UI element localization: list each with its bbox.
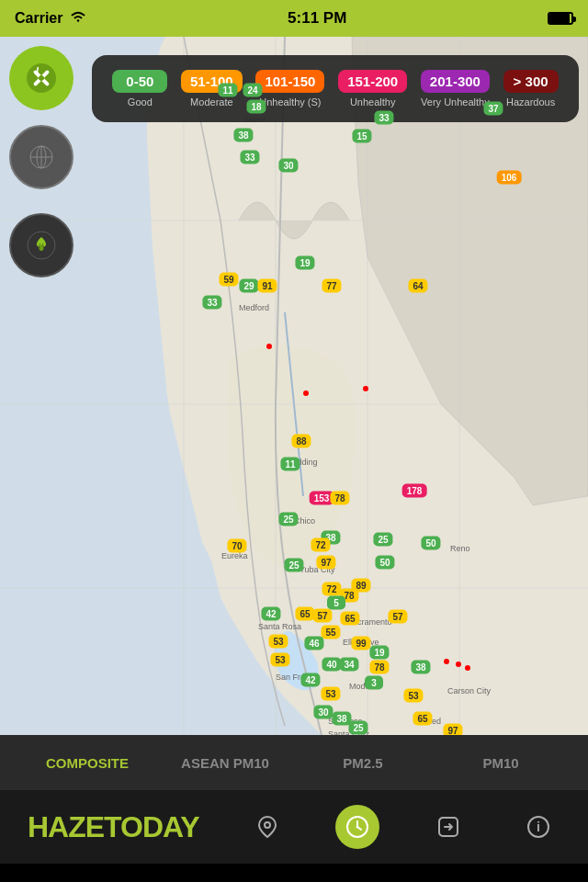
- map-pin[interactable]: 33: [202, 296, 221, 310]
- map-button[interactable]: [9, 125, 74, 189]
- map-pin[interactable]: 99: [351, 637, 370, 650]
- fire-marker: [444, 659, 449, 664]
- status-time: 5:11 PM: [288, 9, 346, 28]
- clock-tab[interactable]: [335, 805, 379, 849]
- aqi-unhealthy: 151-200 Unhealthy: [338, 70, 407, 107]
- fire-button[interactable]: [9, 213, 74, 277]
- map-pin[interactable]: 97: [443, 724, 462, 736]
- map-pin[interactable]: 57: [312, 609, 332, 623]
- map-pin[interactable]: 40: [322, 658, 341, 672]
- map-pin[interactable]: 37: [483, 102, 503, 116]
- map-pin[interactable]: 55: [321, 626, 340, 639]
- map-pin[interactable]: 19: [295, 256, 314, 270]
- map-pin[interactable]: 178: [402, 484, 427, 498]
- map-pin[interactable]: 50: [375, 556, 394, 570]
- aqi-legend: 0-50 Good 51-100 Moderate 101-150 Unheal…: [92, 55, 579, 122]
- map-pin[interactable]: 106: [497, 171, 522, 185]
- aqi-good-label: Good: [128, 96, 153, 107]
- location-tab[interactable]: [245, 805, 289, 849]
- map-area[interactable]: Medford Redding Chico Yuba City Reno Car…: [0, 37, 588, 735]
- fire-marker: [266, 344, 272, 349]
- map-pin[interactable]: 88: [291, 435, 311, 448]
- map-pin[interactable]: 15: [352, 130, 371, 143]
- map-pin[interactable]: 3: [365, 676, 383, 690]
- svg-text:Eureka: Eureka: [221, 551, 248, 560]
- map-pin[interactable]: 38: [411, 661, 430, 674]
- map-pin[interactable]: 30: [313, 706, 333, 719]
- carrier-label: Carrier: [15, 10, 62, 27]
- map-pin[interactable]: 57: [388, 610, 407, 624]
- map-pin[interactable]: 65: [340, 612, 359, 626]
- svg-text:i: i: [537, 820, 540, 834]
- map-pin[interactable]: 53: [270, 653, 289, 667]
- map-pin[interactable]: 77: [322, 279, 341, 293]
- fire-marker: [456, 662, 461, 667]
- aqi-good: 0-50 Good: [112, 70, 167, 107]
- map-pin[interactable]: 42: [261, 607, 280, 621]
- map-pin[interactable]: 33: [240, 151, 259, 164]
- fire-marker: [303, 390, 309, 396]
- map-pin[interactable]: 18: [246, 100, 266, 114]
- map-background: Medford Redding Chico Yuba City Reno Car…: [0, 37, 588, 735]
- map-pin[interactable]: 53: [403, 689, 423, 703]
- map-pin[interactable]: 97: [316, 556, 335, 570]
- mode-composite[interactable]: COMPOSITE: [18, 748, 156, 778]
- map-pin[interactable]: 72: [322, 582, 341, 596]
- aqi-moderate-label: Moderate: [190, 96, 232, 107]
- map-pin[interactable]: 25: [348, 721, 368, 735]
- map-pin[interactable]: 72: [311, 538, 330, 552]
- logo-today: TODAY: [104, 810, 198, 843]
- svg-text:Carson City: Carson City: [447, 686, 492, 695]
- satellite-button[interactable]: [9, 46, 74, 110]
- svg-text:Medford: Medford: [239, 303, 269, 312]
- svg-text:Reno: Reno: [450, 544, 470, 553]
- svg-point-42: [356, 826, 359, 829]
- map-pin[interactable]: 42: [300, 673, 320, 687]
- tab-bar: HAZETODAY i: [0, 790, 588, 864]
- map-pin[interactable]: 91: [257, 279, 277, 293]
- map-pin[interactable]: 59: [219, 273, 238, 287]
- map-pin[interactable]: 53: [268, 635, 288, 649]
- aqi-vunhealthy: 201-300 Very Unhealthy: [421, 70, 490, 107]
- map-pin[interactable]: 70: [227, 539, 246, 553]
- share-tab[interactable]: [426, 805, 470, 849]
- map-pin[interactable]: 38: [233, 129, 253, 142]
- aqi-hazardous: > 300 Hazardous: [503, 70, 559, 107]
- fire-marker: [465, 665, 470, 671]
- map-pin[interactable]: 11: [218, 84, 237, 97]
- map-pin[interactable]: 65: [295, 607, 314, 621]
- map-pin[interactable]: 78: [369, 661, 389, 674]
- aqi-vunhealthy-badge: 201-300: [421, 70, 490, 93]
- map-pin[interactable]: 25: [278, 513, 298, 526]
- logo-haze: HAZE: [28, 810, 104, 843]
- map-pin[interactable]: 5: [327, 596, 345, 610]
- map-pin[interactable]: 46: [304, 637, 323, 650]
- map-pin[interactable]: 25: [373, 533, 392, 547]
- map-pin[interactable]: 24: [243, 84, 262, 97]
- aqi-good-badge: 0-50: [112, 70, 167, 93]
- battery-icon: [548, 12, 573, 25]
- mode-asean-pm10[interactable]: ASEAN PM10: [156, 748, 294, 778]
- map-pin[interactable]: 29: [239, 279, 258, 293]
- map-pin[interactable]: 19: [369, 646, 389, 660]
- wifi-icon: [70, 10, 86, 27]
- aqi-usg-badge: 101-150: [255, 70, 324, 93]
- map-pin[interactable]: 25: [284, 559, 303, 572]
- info-tab[interactable]: i: [516, 805, 560, 849]
- map-pin[interactable]: 30: [278, 159, 298, 173]
- mode-pm10[interactable]: PM10: [432, 748, 570, 778]
- map-pin[interactable]: 34: [339, 658, 358, 672]
- app-logo: HAZETODAY: [28, 810, 199, 844]
- svg-point-38: [265, 822, 270, 828]
- map-pin[interactable]: 11: [280, 458, 300, 471]
- map-pin[interactable]: 65: [413, 712, 432, 726]
- map-pin[interactable]: 33: [374, 111, 393, 125]
- map-pin[interactable]: 64: [408, 279, 427, 293]
- mode-pm25[interactable]: PM2.5: [294, 748, 432, 778]
- svg-text:Santa Rosa: Santa Rosa: [258, 622, 301, 631]
- map-pin[interactable]: 53: [321, 687, 340, 701]
- map-pin[interactable]: 50: [421, 537, 440, 550]
- aqi-usg-label: Unhealthy (S): [259, 96, 321, 107]
- map-pin[interactable]: 78: [330, 492, 349, 505]
- aqi-unhealthy-badge: 151-200: [338, 70, 407, 93]
